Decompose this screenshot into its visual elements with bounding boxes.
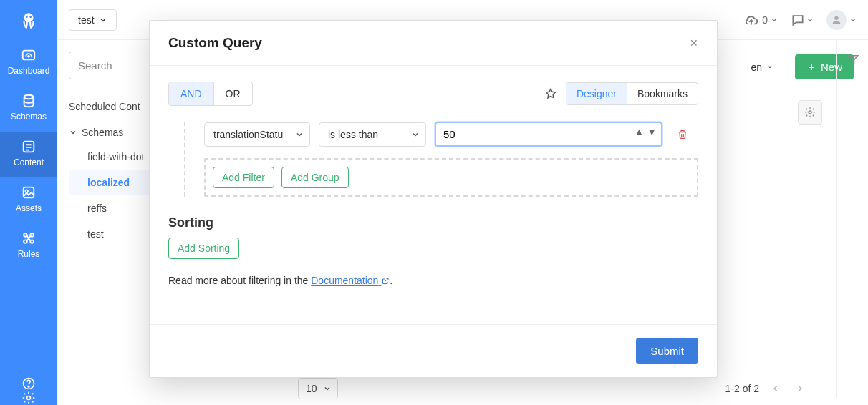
or-option[interactable]: OR bbox=[214, 82, 252, 105]
add-filter-group-row: Add Filter Add Group bbox=[204, 158, 698, 197]
sidebar-item-dashboard[interactable]: Dashboard bbox=[0, 40, 57, 86]
modal-title: Custom Query bbox=[168, 35, 262, 51]
svg-point-16 bbox=[834, 16, 838, 19]
value-input-wrapper bbox=[435, 122, 662, 147]
sidebar-item-rules[interactable]: Rules bbox=[0, 223, 57, 269]
documentation-hint: Read more about filtering in the Documen… bbox=[168, 275, 698, 286]
sidebar-item-content[interactable]: Content bbox=[0, 132, 57, 177]
svg-point-14 bbox=[28, 386, 29, 387]
sorting-heading: Sorting bbox=[168, 215, 698, 230]
and-option[interactable]: AND bbox=[169, 82, 214, 105]
delete-filter-button[interactable] bbox=[677, 129, 688, 140]
schemas-group-label: Schemas bbox=[82, 127, 123, 138]
tab-bookmarks[interactable]: Bookmarks bbox=[627, 83, 698, 104]
chevron-down-icon bbox=[295, 130, 304, 139]
sidebar-item-label: Schemas bbox=[11, 112, 47, 122]
view-settings-button[interactable] bbox=[798, 100, 822, 125]
svg-point-8 bbox=[25, 190, 28, 192]
user-menu[interactable] bbox=[826, 10, 857, 30]
chevron-down-icon bbox=[411, 130, 420, 139]
operator-value: is less than bbox=[328, 129, 378, 140]
sidebar-item-assets[interactable]: Assets bbox=[0, 177, 57, 223]
nav-sidebar: Dashboard Schemas Content Assets Rules bbox=[0, 0, 57, 405]
schemas-icon bbox=[21, 93, 37, 109]
star-icon[interactable] bbox=[544, 87, 557, 100]
rules-icon bbox=[21, 230, 37, 246]
stepper-up-icon[interactable]: ▲ bbox=[634, 126, 644, 137]
language-selector[interactable]: en bbox=[742, 57, 782, 77]
project-name: test bbox=[78, 14, 95, 26]
operator-selector[interactable]: is less than bbox=[319, 122, 426, 147]
stepper-down-icon[interactable]: ▼ bbox=[647, 126, 657, 137]
svg-rect-7 bbox=[24, 187, 34, 198]
modal-footer: Submit bbox=[150, 324, 717, 377]
help-icon[interactable] bbox=[21, 376, 36, 391]
svg-point-5 bbox=[24, 95, 34, 99]
sidebar-item-label: Assets bbox=[16, 203, 42, 213]
assets-icon bbox=[21, 185, 37, 200]
modal-header: Custom Query ✕ bbox=[150, 21, 717, 66]
sidebar-footer bbox=[21, 376, 36, 405]
field-selector[interactable]: translationStatu bbox=[204, 122, 310, 147]
svg-point-15 bbox=[27, 396, 31, 400]
chevron-down-icon bbox=[323, 384, 332, 393]
page-size-value: 10 bbox=[306, 383, 317, 394]
doc-prefix: Read more about filtering in the bbox=[168, 275, 311, 286]
chevron-down-icon bbox=[69, 128, 77, 137]
project-selector[interactable]: test bbox=[69, 9, 117, 31]
custom-query-modal: Custom Query ✕ AND OR Designer Bookmarks… bbox=[149, 20, 718, 378]
svg-point-1 bbox=[26, 16, 28, 18]
submit-button[interactable]: Submit bbox=[636, 338, 698, 364]
sidebar-item-label: Dashboard bbox=[8, 66, 50, 76]
page-size-selector[interactable]: 10 bbox=[298, 378, 338, 399]
upload-count: 0 bbox=[762, 14, 768, 26]
content-icon bbox=[21, 139, 37, 155]
svg-point-0 bbox=[24, 13, 34, 22]
field-value: translationStatu bbox=[213, 129, 288, 140]
close-icon[interactable]: ✕ bbox=[690, 37, 698, 49]
svg-point-4 bbox=[28, 56, 29, 57]
and-or-toggle: AND OR bbox=[168, 82, 253, 106]
next-page-button[interactable] bbox=[792, 381, 808, 396]
sidebar-item-label: Content bbox=[14, 157, 44, 167]
right-rail bbox=[836, 40, 868, 398]
add-filter-button[interactable]: Add Filter bbox=[213, 167, 274, 188]
language-label: en bbox=[751, 62, 762, 73]
sidebar-item-schemas[interactable]: Schemas bbox=[0, 86, 57, 132]
add-sorting-button[interactable]: Add Sorting bbox=[168, 238, 239, 259]
filter-icon[interactable] bbox=[847, 53, 859, 398]
documentation-link[interactable]: Documentation bbox=[311, 275, 390, 286]
pagination-count: 1-2 of 2 bbox=[725, 383, 759, 394]
filter-condition-row: translationStatu is less than ▲ ▼ bbox=[204, 122, 698, 158]
svg-point-17 bbox=[809, 111, 811, 114]
sidebar-item-label: Rules bbox=[18, 249, 40, 259]
value-input[interactable] bbox=[443, 128, 644, 140]
add-group-button[interactable]: Add Group bbox=[281, 167, 349, 188]
gauge-icon bbox=[21, 47, 37, 63]
view-tabs: Designer Bookmarks bbox=[566, 82, 698, 105]
avatar bbox=[826, 10, 847, 30]
app-logo[interactable] bbox=[0, 0, 57, 40]
chat-icon[interactable] bbox=[791, 13, 814, 27]
cloud-upload-icon[interactable]: 0 bbox=[743, 12, 778, 28]
gear-icon[interactable] bbox=[21, 391, 36, 405]
prev-page-button[interactable] bbox=[768, 381, 783, 396]
chevron-down-icon bbox=[99, 16, 107, 24]
tab-designer[interactable]: Designer bbox=[566, 83, 627, 104]
svg-point-2 bbox=[29, 16, 32, 18]
